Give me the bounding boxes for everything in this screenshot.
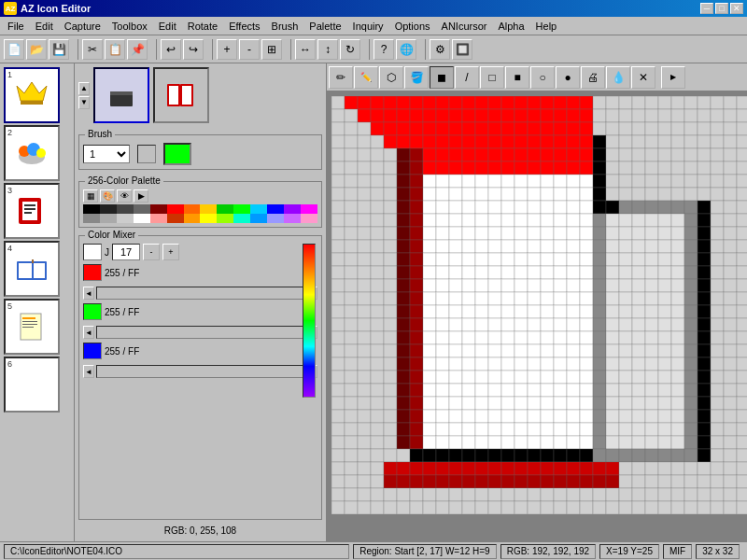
pal-purple[interactable] <box>284 204 301 214</box>
menu-anicursor[interactable]: ANIcursor <box>436 19 493 34</box>
draw-rect-fill[interactable]: ■ <box>505 66 529 89</box>
draw-ellipse-fill[interactable]: ● <box>556 66 580 89</box>
menu-rotate[interactable]: Rotate <box>182 19 223 34</box>
mixer-minus[interactable]: - <box>143 244 160 260</box>
pal-green[interactable] <box>217 204 233 214</box>
pal-rose[interactable] <box>301 214 317 223</box>
pal-gray2[interactable] <box>117 204 134 214</box>
pal-orange[interactable] <box>184 204 201 214</box>
menu-edit[interactable]: Edit <box>30 19 59 34</box>
tb-zoom-out[interactable]: - <box>239 39 260 60</box>
tb-zoom-sel[interactable]: ⊞ <box>261 39 282 60</box>
color-gradient-bar[interactable] <box>303 244 316 398</box>
blue-slider-left[interactable]: ◄ <box>83 365 94 378</box>
green-slider-left[interactable]: ◄ <box>83 326 94 339</box>
draw-line[interactable]: / <box>455 66 479 89</box>
icon-thumb-4[interactable]: 4 <box>4 241 60 297</box>
icon-thumb-5[interactable]: 5 <box>4 299 60 355</box>
draw-eraser[interactable]: ◼ <box>430 66 454 89</box>
tb-new[interactable]: 📄 <box>4 39 24 60</box>
menu-alpha[interactable]: Alpha <box>492 19 529 34</box>
mixer-plus[interactable]: + <box>162 244 179 260</box>
pal-white[interactable] <box>134 214 150 223</box>
tool-icon-book[interactable] <box>153 67 209 123</box>
pal-violet[interactable] <box>284 214 301 223</box>
pal-gray1[interactable] <box>100 204 117 214</box>
pal-icon-palette[interactable]: 🎨 <box>100 189 115 203</box>
tb-web[interactable]: 🌐 <box>396 39 416 60</box>
draw-stamp[interactable]: 🖨 <box>581 66 605 89</box>
tb-zoom-in[interactable]: + <box>217 39 237 60</box>
draw-rect-outline[interactable]: □ <box>480 66 504 89</box>
pal-icon-eye[interactable]: 👁 <box>117 189 132 203</box>
tb-extra1[interactable]: ⚙ <box>430 39 450 60</box>
tb-extra2[interactable]: 🔲 <box>452 39 472 60</box>
red-slider-left[interactable]: ◄ <box>83 287 94 300</box>
menu-palette[interactable]: Palette <box>303 19 346 34</box>
tb-flip-v[interactable]: ↕ <box>317 39 338 60</box>
draw-ellipse-outline[interactable]: ○ <box>530 66 555 89</box>
menu-inquiry[interactable]: Inquiry <box>347 19 389 34</box>
pal-orange2[interactable] <box>184 214 201 223</box>
menu-options[interactable]: Options <box>389 19 436 34</box>
menu-brush[interactable]: Brush <box>266 19 304 34</box>
icon-thumb-1[interactable]: 1 <box>4 67 60 123</box>
pal-gray4[interactable] <box>83 214 100 223</box>
pal-icon-grid[interactable]: ▦ <box>83 189 98 203</box>
tb-rotate[interactable]: ↻ <box>340 39 360 60</box>
tb-undo[interactable]: ↩ <box>161 39 181 60</box>
tb-redo[interactable]: ↪ <box>183 39 204 60</box>
pal-blue[interactable] <box>267 204 284 214</box>
pal-lightred[interactable] <box>150 214 167 223</box>
pal-red[interactable] <box>167 204 184 214</box>
pal-gray3[interactable] <box>134 204 150 214</box>
tb-copy[interactable]: 📋 <box>105 39 125 60</box>
pal-yellowgreen[interactable] <box>217 214 233 223</box>
icon-thumb-2[interactable]: 2 <box>4 125 60 181</box>
brush-select[interactable]: 1 2 3 <box>83 145 130 163</box>
tb-help[interactable]: ? <box>374 39 394 60</box>
pal-cyan[interactable] <box>250 204 267 214</box>
pal-gray6[interactable] <box>117 214 134 223</box>
pixel-canvas-area[interactable] <box>327 91 747 541</box>
color-small[interactable] <box>137 145 156 163</box>
pal-yellow2[interactable] <box>200 214 217 223</box>
icon-thumb-6[interactable]: 6 <box>4 357 60 413</box>
minimize-button[interactable]: ─ <box>700 3 713 14</box>
draw-eyedropper[interactable]: 💧 <box>606 66 630 89</box>
pal-darkred2[interactable] <box>167 214 184 223</box>
pal-gray5[interactable] <box>100 214 117 223</box>
tool-icon-eraser[interactable] <box>93 67 149 123</box>
menu-capture[interactable]: Capture <box>59 19 106 34</box>
tb-save[interactable]: 💾 <box>49 39 69 60</box>
pal-lavender[interactable] <box>267 214 284 223</box>
tb-open[interactable]: 📂 <box>26 39 47 60</box>
draw-fill[interactable]: 🪣 <box>404 66 429 89</box>
tb-flip-h[interactable]: ↔ <box>295 39 316 60</box>
menu-help[interactable]: Help <box>530 19 563 34</box>
tool-next[interactable]: ▼ <box>78 96 90 109</box>
draw-select[interactable]: ✕ <box>631 66 655 89</box>
red-slider[interactable] <box>96 287 304 300</box>
draw-scroll-right[interactable]: ▶ <box>661 66 685 89</box>
close-button[interactable]: ✕ <box>730 3 743 14</box>
icon-thumb-3[interactable]: 3 <box>4 183 60 239</box>
tb-cut[interactable]: ✂ <box>82 39 103 60</box>
menu-edit2[interactable]: Edit <box>153 19 182 34</box>
draw-pencil[interactable]: ✏ <box>329 66 353 89</box>
mixer-white-box[interactable] <box>83 244 102 260</box>
menu-toolbox[interactable]: Toolbox <box>106 19 153 34</box>
menu-file[interactable]: File <box>2 19 30 34</box>
tool-prev[interactable]: ▲ <box>78 82 90 95</box>
pal-icon-arrow[interactable]: ▶ <box>134 189 148 203</box>
menu-effects[interactable]: Effects <box>223 19 265 34</box>
color-preview[interactable] <box>163 143 191 165</box>
pal-yellow[interactable] <box>200 204 217 214</box>
mixer-value-input[interactable] <box>112 244 140 260</box>
blue-slider[interactable] <box>96 365 304 378</box>
tb-paste[interactable]: 📌 <box>127 39 148 60</box>
green-slider[interactable] <box>96 326 304 339</box>
pal-lime[interactable] <box>233 204 250 214</box>
pal-skyblue[interactable] <box>250 214 267 223</box>
pal-pink[interactable] <box>301 204 317 214</box>
